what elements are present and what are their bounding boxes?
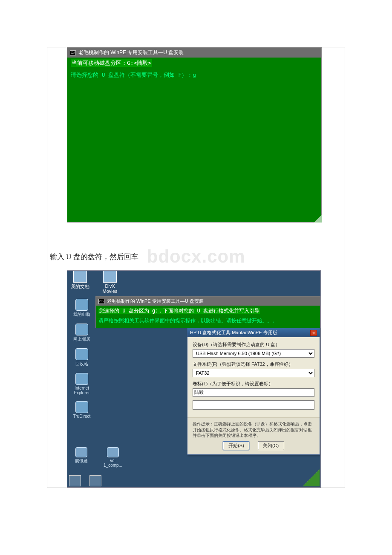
options-input[interactable] [193,400,314,410]
console-body: 当前可移动磁盘分区：G:<陆毅> 请选择您的 U 盘盘符（不需要冒号，例如 F）… [67,58,321,222]
volume-label-label: 卷标(L)（为了便于标识，请设置卷标） [193,381,314,387]
winpe-console-inner: C:\ 老毛桃制作的 WinPE 专用安装工具—U 盘安装 您选择的 U 盘分区… [95,296,320,328]
ie-icon [75,373,88,385]
desktop-icon-label: vc-1_comp... [101,458,124,468]
desktop-icon-network[interactable]: 网上邻居 [69,324,95,342]
close-icon[interactable]: × [310,330,317,336]
console-title: 老毛桃制作的 WinPE 专用安装工具—U 盘安装 [78,49,184,56]
page-fold-decoration [314,215,322,223]
inner-console-titlebar: C:\ 老毛桃制作的 WinPE 专用安装工具—U 盘安装 [96,297,320,306]
desktop-icon-label: 网上邻居 [69,336,95,342]
desktop-icon-label: 腾讯通 [70,458,93,464]
my-computer-icon [75,299,88,311]
my-documents-icon [73,271,87,283]
filesystem-select[interactable]: FAT32 [193,369,314,377]
desktop-icon-generic[interactable] [69,475,81,486]
desktop-icon-rtx[interactable]: 腾讯通 [70,447,93,468]
desktop-icon-my-computer[interactable]: 我的电脑 [69,299,95,318]
watermark: bdocx.com [147,246,245,267]
desktop-icon-label: 我的文档 [70,283,90,290]
console-current-partition: 当前可移动磁盘分区：G:<陆毅> [71,59,152,67]
dialog-titlebar: HP U 盘格式化工具 MaotaoWinPE 专用版 × [187,328,320,337]
caption-text: 输入 U 盘的盘符，然后回车 [50,252,138,262]
filesystem-label: 文件系统(F)（强烈建议选择 FAT32，兼容性好） [193,361,314,367]
network-icon [75,324,88,335]
console-prompt: 请选择您的 U 盘盘符（不需要冒号，例如 F）：g [71,71,318,79]
desktop-icon-label: TruDirect [69,414,95,419]
volume-label-input[interactable]: 陆毅 [193,388,314,397]
vc1-icon [107,447,119,457]
cmd-icon: C:\ [98,299,104,304]
dialog-hint: 操作提示：正确选择上面的设备（U 盘）和格式化选项后，点击开始按钮执行格式化操作… [187,421,320,441]
inner-console-title: 老毛桃制作的 WinPE 专用安装工具—U 盘安装 [107,298,204,304]
cmd-icon: C:\ [70,50,76,55]
desktop-icon-recycle-bin[interactable]: 回收站 [69,348,95,367]
desktop-icon-label: Internet Explorer [69,386,95,395]
desktop-icon-label: 回收站 [69,361,95,367]
desktop-icon-label: 我的电脑 [69,312,95,318]
desktop-icon-label: DivX Movies [100,283,120,294]
desktop-icon-vc1[interactable]: vc-1_comp... [101,447,124,468]
desktop-icon-generic[interactable] [89,475,101,486]
corner-logo-icon [303,469,320,486]
divx-icon [103,271,117,283]
desktop-icon-my-documents[interactable]: 我的文档 [70,271,90,294]
desktop-icon-divx[interactable]: DivX Movies [100,271,120,294]
rtx-icon [75,447,87,457]
desktop-screenshot: 我的文档 DivX Movies 我的电脑 网上邻居 回收 [67,270,321,488]
device-label: 设备(D)（请选择需要制作启动盘的 U 盘） [193,341,314,348]
inner-console-line1: 您选择的 U 盘分区为 g:，下面将对您的 U 盘进行格式化并写入引导 [98,308,260,314]
device-select[interactable]: USB Flash Memory 6.50 (1906 MB) (G:\) [193,349,314,358]
inner-console-line2: 请严格按照相关工具软件界面中的提示操作，以防出错。请按任意键开始。。。 [98,317,317,324]
desktop-icon-trudirect[interactable]: TruDirect [69,401,95,419]
dialog-title: HP U 盘格式化工具 MaotaoWinPE 专用版 [190,330,277,336]
console-titlebar: C:\ 老毛桃制作的 WinPE 专用安装工具—U 盘安装 [67,48,321,58]
winpe-console-window: C:\ 老毛桃制作的 WinPE 专用安装工具—U 盘安装 当前可移动磁盘分区：… [67,47,322,223]
desktop-icon-ie[interactable]: Internet Explorer [69,373,95,395]
format-dialog: HP U 盘格式化工具 MaotaoWinPE 专用版 × 设备(D)（请选择需… [187,328,320,455]
trudirect-icon [75,401,88,413]
recycle-bin-icon [75,348,88,360]
